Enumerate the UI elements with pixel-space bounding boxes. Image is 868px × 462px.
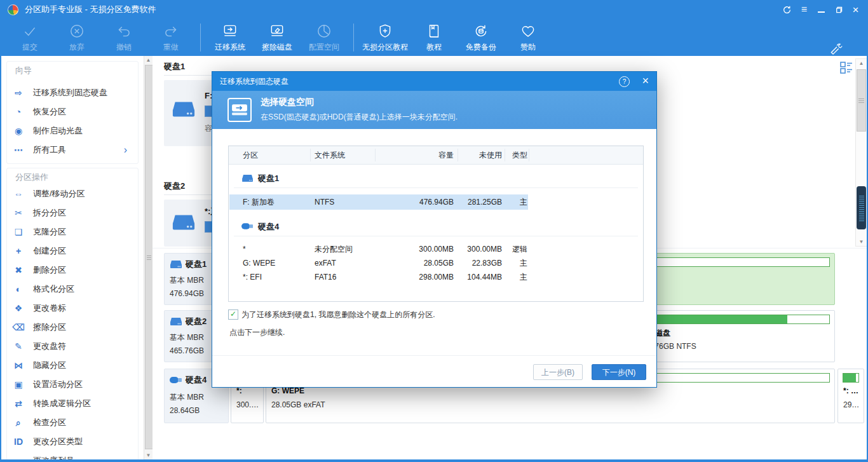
toolbar-discard-button[interactable]: 放弃 [53, 23, 100, 53]
migrate-os-dialog: 迁移系统到固态硬盘 ? × 选择硬盘空间 在SSD(固态硬盘)或HDD(普通硬盘… [212, 71, 657, 388]
col-type: 类型 [506, 146, 527, 164]
sidebar-item-all-tools[interactable]: ⋯ 所有工具 › [11, 141, 139, 159]
main-scrollbar-dark-thumb[interactable] [857, 186, 866, 229]
sidebar-item-recover-partition[interactable]: ◔ 恢复分区 [11, 103, 139, 121]
sidebar-item-set-active[interactable]: ▣ 设置活动分区 [11, 376, 139, 393]
minimize-button[interactable] [813, 3, 830, 17]
active-partition-icon: ▣ [11, 379, 25, 390]
window-controls: ≡ × [778, 3, 864, 17]
disk-arrow-icon [222, 23, 238, 39]
sidebar-item-change-serial[interactable]: ▬ 更改序列号 [11, 452, 139, 459]
col-capacity: 容量 [379, 146, 454, 164]
scroll-down-icon[interactable]: ▼ [857, 238, 865, 246]
toolbar-wipe-disk-button[interactable]: 擦除磁盘 [254, 23, 301, 53]
hdd-icon [170, 260, 182, 269]
next-button[interactable]: 下一步(N) [592, 364, 646, 380]
toolbar-allocate-space-button[interactable]: 配置空间 [301, 23, 348, 53]
shield-plus-icon [377, 23, 393, 39]
dialog-close-button[interactable]: × [642, 74, 649, 88]
sync-icon[interactable] [778, 3, 796, 17]
table-row-g-wepe[interactable]: G: WEPE exFAT 28.05GB 22.83GB 主 [229, 255, 643, 271]
menu-icon[interactable]: ≡ [796, 3, 813, 17]
confirm-checkbox-label: 为了迁移系统到硬盘1, 我愿意删除这个硬盘上的所有分区. [241, 309, 435, 320]
usage-fill [843, 374, 856, 382]
sidebar-item-clone-partition[interactable]: ❏ 克隆分区 [11, 223, 139, 241]
thumb-grip [858, 99, 864, 103]
confirm-checkbox[interactable]: ✓ [228, 309, 238, 320]
main-scrollbar[interactable]: ▲ ▼ [855, 58, 867, 247]
partition-info: 28.05GB exFAT [271, 400, 832, 409]
maximize-button[interactable] [830, 3, 847, 17]
scroll-up-icon[interactable]: ▲ [857, 59, 865, 67]
convert-icon: ⇄ [11, 398, 25, 409]
sidebar-item-make-boot-disc[interactable]: ◉ 制作启动光盘 [11, 122, 139, 140]
toolbar-free-backup-button[interactable]: 免费备份 [458, 23, 505, 53]
close-button[interactable]: × [847, 3, 864, 17]
sidebar-scrollbar[interactable]: ▲ ▼ [144, 56, 153, 459]
toolbar-commit-button[interactable]: 提交 [6, 23, 53, 53]
sidebar-item-delete-partition[interactable]: ✖ 删除分区 [11, 261, 139, 279]
sidebar-item-change-label[interactable]: ❖ 更改卷标 [11, 299, 139, 317]
clone-icon: ❏ [11, 227, 25, 237]
all-tools-dots-icon: ⋯ [11, 145, 25, 155]
book-icon [426, 23, 442, 39]
group-underline [234, 236, 638, 236]
table-group-disk1: 硬盘1 [229, 169, 643, 188]
migrate-disk-icon: ⇨ [11, 88, 25, 98]
boot-disc-icon: ◉ [11, 126, 25, 136]
sidebar-item-create-partition[interactable]: + 创建分区 [11, 242, 139, 260]
table-header: 分区 文件系统 容量 未使用 类型 [229, 146, 643, 165]
hdd-icon [172, 214, 196, 231]
disk-space-table: 分区 文件系统 容量 未使用 类型 硬盘1 F: 新加卷 NTFS [228, 146, 644, 302]
sidebar-item-migrate-os[interactable]: ⇨ 迁移系统到固态硬盘 [11, 84, 139, 102]
toolbar-undo-button[interactable]: 撤销 [100, 23, 147, 53]
sidebar-item-format-partition[interactable]: ◐ 格式化分区 [11, 280, 139, 298]
sidebar-item-change-type-id[interactable]: ID 更改分区类型 [11, 433, 139, 451]
trash-icon: ✖ [11, 265, 25, 275]
thumb-grip [147, 255, 151, 260]
sidebar-item-check-partition[interactable]: ⌕ 检查分区 [11, 414, 139, 431]
scroll-down-icon[interactable]: ▼ [144, 451, 153, 459]
toolbar-tutorials-button[interactable]: 教程 [410, 23, 458, 53]
backup-cycle-icon [473, 23, 489, 39]
help-icon[interactable]: ? [619, 76, 630, 87]
toolbar-migrate-system-button[interactable]: 迁移系统 [207, 23, 254, 53]
usage-bar [639, 315, 830, 324]
detail-view-toggle-icon[interactable] [839, 60, 854, 77]
partition-label: *: EFI [843, 386, 861, 395]
toolbar-tutorial-shield-button[interactable]: 无损分区教程 [360, 23, 410, 53]
disk1-name: 硬盘1 [186, 259, 207, 270]
group-disk4-name: 硬盘4 [258, 221, 279, 233]
partition-label: *: [236, 386, 261, 395]
toolbar-sponsor-button[interactable]: 赞助 [505, 23, 552, 53]
dialog-title: 迁移系统到固态硬盘 [220, 76, 288, 87]
sidebar-item-wipe-partition[interactable]: ⌫ 擦除分区 [11, 318, 139, 336]
disk2-name: 硬盘2 [186, 316, 207, 327]
tag-icon: ❖ [11, 303, 25, 313]
sidebar-item-resize-move[interactable]: ⇔ 调整/移动分区 [11, 185, 139, 203]
partition-info: 300.00MB [236, 400, 261, 409]
table-row-unallocated[interactable]: * 未分配空间 300.00MB 300.00MB 逻辑 [229, 241, 643, 257]
scroll-up-icon[interactable]: ▲ [144, 56, 153, 64]
disk2-partition-block-2[interactable]: 本地磁盘 465.76GB NTFS [634, 310, 835, 362]
wizard-section-title: 向导 [15, 65, 32, 76]
toolbar-redo-button[interactable]: 重做 [147, 23, 194, 53]
app-logo-icon [8, 4, 18, 15]
back-button[interactable]: 上一步(B) [533, 364, 583, 380]
disk-migrate-icon [227, 98, 252, 122]
table-row-f-volume[interactable]: F: 新加卷 NTFS 476.94GB 281.25GB 主 [229, 194, 643, 210]
sidebar-item-hide-partition[interactable]: ⋈ 隐藏分区 [11, 357, 139, 374]
sidebar-item-convert-logical[interactable]: ⇄ 转换成逻辑分区 [11, 395, 139, 412]
hdd-icon [241, 174, 254, 182]
sidebar-item-split-partition[interactable]: ✂ 拆分分区 [11, 204, 139, 222]
disk4-partition-block-efi[interactable]: *: EFI 298.00MB FAT16 [837, 369, 864, 423]
chevron-right-icon: › [124, 144, 127, 156]
table-row-efi[interactable]: *: EFI FAT16 298.00MB 104.44MB 主 [229, 269, 643, 285]
plus-icon: + [11, 246, 25, 256]
group-underline [234, 187, 638, 188]
redo-icon [163, 23, 179, 39]
main-scrollbar-thumb[interactable] [857, 69, 866, 132]
sidebar-item-change-drive-letter[interactable]: ✎ 更改盘符 [11, 337, 139, 355]
format-icon: ◐ [11, 284, 25, 294]
menu-glyph: ≡ [801, 4, 807, 15]
